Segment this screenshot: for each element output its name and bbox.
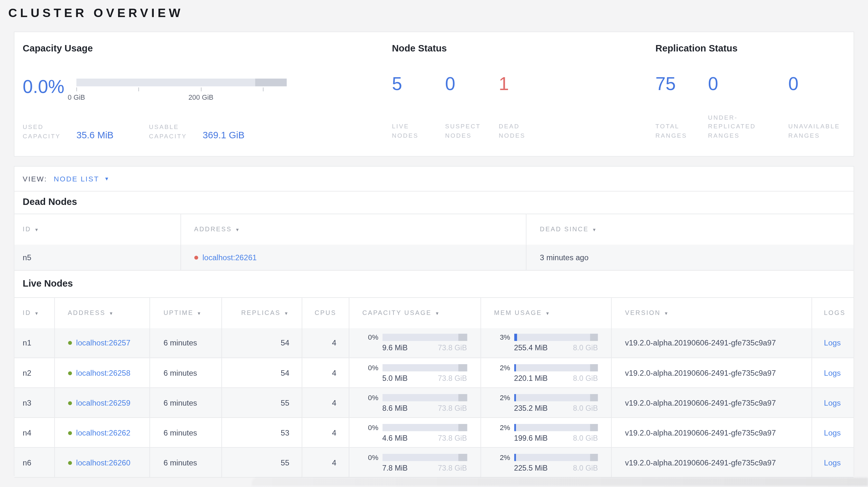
dead-since-cell: 3 minutes ago [526,245,854,270]
live-col-capacity-usage[interactable]: CAPACITY USAGE▼ [349,297,480,328]
logs-link[interactable]: Logs [824,368,841,377]
version-cell: v19.2.0-alpha.20190606-2491-gfe735c9a97 [612,448,812,477]
live-status-dot-icon [68,401,72,405]
unavailable-ranges-count: 0 [788,74,855,94]
version-cell: v19.2.0-alpha.20190606-2491-gfe735c9a97 [612,388,812,418]
node-id-cell: n4 [14,418,54,448]
view-mode-dropdown[interactable]: NODE LIST ▼ [54,175,109,183]
capacity-usage-gauge: 0 GiB 200 GiB [76,78,287,86]
live-nodes-label: LIVE NODES [392,122,445,140]
capacity-usage-cell: 0% 8.6 MiB73.8 GiB [349,388,480,418]
axis-tick [76,88,77,91]
dead-nodes-stat: 1 DEAD NODES [499,74,554,140]
live-col-version[interactable]: VERSION▼ [612,297,812,328]
live-col-logs[interactable]: LOGS [812,297,854,328]
logs-link[interactable]: Logs [824,338,841,347]
replication-status-title: Replication Status [655,43,737,54]
suspect-nodes-stat: 0 SUSPECT NODES [445,74,499,140]
dead-col-id[interactable]: ID▼ [14,214,181,245]
capacity-usage-percent: 0.0% [23,76,64,97]
logs-cell: Logs [812,448,854,477]
total-ranges-count: 75 [655,74,708,94]
table-row: n1 localhost:26257 6 minutes 54 4 0% 9.6… [14,328,854,358]
under-replicated-ranges-stat: 0 UNDER- REPLICATED RANGES [708,74,788,140]
dead-col-dead-since[interactable]: DEAD SINCE▼ [526,214,854,245]
live-col-id[interactable]: ID▼ [14,297,54,328]
mem-usage-cell: 2% 225.5 MiB8.0 GiB [480,448,612,477]
usable-capacity-label: USABLE CAPACITY [149,122,196,140]
memory-bar [514,364,598,371]
under-replicated-ranges-label: UNDER- REPLICATED RANGES [708,112,788,140]
capacity-usage-cell: 0% 5.0 MiB73.8 GiB [349,358,480,388]
mem-usage-cell: 2% 235.2 MiB8.0 GiB [480,388,612,418]
chevron-down-icon: ▼ [104,176,109,182]
memory-bar [514,454,598,461]
sort-arrow-icon: ▼ [664,311,670,316]
view-label: VIEW: [23,175,47,183]
under-replicated-ranges-count: 0 [708,74,788,94]
capacity-usage-cell: 0% 4.6 MiB73.8 GiB [349,418,480,448]
dead-status-dot-icon [194,256,198,260]
logs-link[interactable]: Logs [824,398,841,407]
table-row: n2 localhost:26258 6 minutes 54 4 0% 5.0… [14,358,854,388]
live-status-dot-icon [68,431,72,435]
table-row: n6 localhost:26260 6 minutes 55 4 0% 7.8… [14,448,854,477]
live-nodes-table: ID▼ ADDRESS▼ UPTIME▼ REPLICAS▼ CPUS CAPA… [14,297,854,478]
node-address-link[interactable]: localhost:26261 [203,253,257,262]
node-address-cell: localhost:26259 [54,388,150,418]
live-nodes-stat: 5 LIVE NODES [392,74,445,140]
sort-arrow-icon: ▼ [284,311,289,316]
replicas-cell: 54 [222,358,302,388]
replication-status-section: Replication Status 75 TOTAL RANGES 0 UND… [655,32,855,156]
logs-link[interactable]: Logs [824,458,841,467]
node-address-link[interactable]: localhost:26258 [76,368,131,377]
uptime-cell: 6 minutes [150,418,222,448]
replicas-cell: 55 [222,388,302,418]
node-address-cell: localhost:26257 [54,328,150,358]
used-capacity-label: USED CAPACITY [23,122,69,140]
node-address-link[interactable]: localhost:26262 [76,428,131,437]
used-capacity-value: 35.6 MiB [76,131,113,140]
live-status-dot-icon [68,341,72,345]
capacity-usage-title: Capacity Usage [23,43,93,54]
total-ranges-label: TOTAL RANGES [655,122,708,140]
memory-bar [514,334,598,341]
logs-link[interactable]: Logs [824,428,841,437]
uptime-cell: 6 minutes [150,358,222,388]
axis-tick [263,88,264,91]
uptime-cell: 6 minutes [150,328,222,358]
cluster-overview-page: CLUSTER OVERVIEW Capacity Usage 0.0% 0 G… [0,0,868,487]
logs-cell: Logs [812,388,854,418]
memory-bar [514,394,598,401]
live-col-uptime[interactable]: UPTIME▼ [150,297,222,328]
capacity-reserved-segment [255,78,287,86]
node-address-link[interactable]: localhost:26259 [76,398,131,407]
uptime-cell: 6 minutes [150,448,222,477]
node-address-link[interactable]: localhost:26260 [76,458,131,467]
node-address-cell: localhost:26260 [54,448,150,477]
memory-bar [514,424,598,431]
sort-arrow-icon: ▼ [197,311,203,316]
table-row: n3 localhost:26259 6 minutes 55 4 0% 8.6… [14,388,854,418]
dead-nodes-heading: Dead Nodes [14,191,854,214]
dead-col-address[interactable]: ADDRESS▼ [181,214,526,245]
dead-nodes-table: ID▼ ADDRESS▼ DEAD SINCE▼ n5 localhost:26… [14,214,854,270]
replicas-cell: 55 [222,448,302,477]
dead-nodes-header-row: ID▼ ADDRESS▼ DEAD SINCE▼ [14,214,854,245]
capacity-usage-cell: 0% 7.8 MiB73.8 GiB [349,448,480,477]
node-address-link[interactable]: localhost:26257 [76,338,131,347]
sort-arrow-icon: ▼ [592,228,597,233]
live-col-mem-usage[interactable]: MEM USAGE▼ [480,297,612,328]
live-col-replicas[interactable]: REPLICAS▼ [222,297,302,328]
live-col-cpus[interactable]: CPUS [302,297,349,328]
cpus-cell: 4 [302,328,349,358]
table-row: n4 localhost:26262 6 minutes 53 4 0% 4.6… [14,418,854,448]
cpus-cell: 4 [302,358,349,388]
node-address-cell: localhost:26258 [54,358,150,388]
sort-arrow-icon: ▼ [109,311,114,316]
live-col-address[interactable]: ADDRESS▼ [54,297,150,328]
axis-tick [201,88,202,91]
capacity-usage-bar [76,78,287,86]
page-title: CLUSTER OVERVIEW [8,6,183,21]
window-shadow [252,478,868,486]
